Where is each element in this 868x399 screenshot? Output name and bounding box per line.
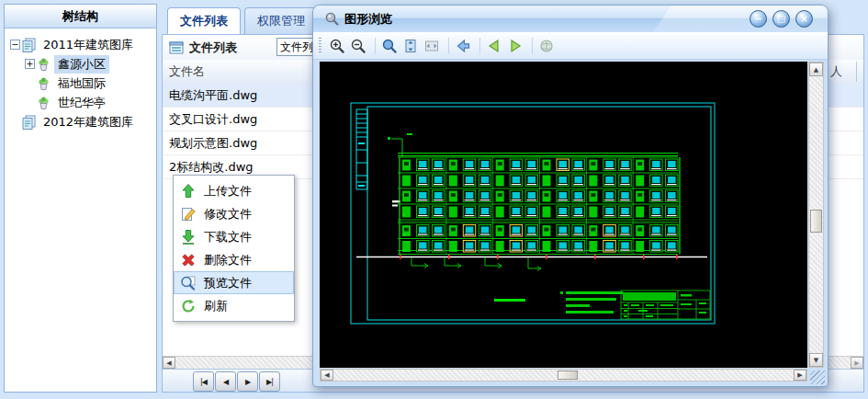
- tree-node-2012[interactable]: 2012年建筑图库: [5, 112, 156, 131]
- back-button[interactable]: [454, 37, 472, 55]
- page-next-button[interactable]: ▶: [237, 371, 258, 392]
- resize-grip[interactable]: [810, 370, 825, 384]
- fit-width-button[interactable]: [423, 37, 441, 55]
- column-separator: [856, 62, 857, 82]
- scroll-left-icon: ◀: [324, 371, 329, 379]
- file-list-title: 文件列表: [189, 40, 237, 56]
- menu-item-label: 预览文件: [204, 275, 252, 291]
- menu-item-label: 刷新: [204, 298, 228, 314]
- scroll-left-button[interactable]: ◀: [163, 357, 175, 369]
- tab-file-list[interactable]: 文件列表: [167, 7, 241, 35]
- page-last-button[interactable]: ▶|: [259, 371, 280, 392]
- delete-icon: [180, 252, 197, 268]
- scroll-up-icon: ▲: [814, 66, 818, 74]
- tab-permissions[interactable]: 权限管理: [244, 7, 318, 34]
- file-name: 规划示意图.dwg: [169, 136, 257, 150]
- download-icon: [180, 229, 197, 245]
- scroll-right-button[interactable]: ▶: [794, 370, 806, 381]
- menu-item-download[interactable]: 下载文件: [174, 225, 294, 248]
- menu-item-delete[interactable]: 删除文件: [174, 248, 294, 271]
- preview-icon: [180, 275, 197, 291]
- menu-item-refresh[interactable]: 刷新: [174, 294, 294, 317]
- collapse-icon[interactable]: [8, 40, 21, 50]
- tree: 2011年建筑图库 鑫源小区 福地国际 世纪华亭: [5, 28, 156, 131]
- column-header-creator[interactable]: 人: [830, 60, 842, 84]
- viewer-horizontal-scrollbar[interactable]: ◀ ▶: [320, 369, 807, 382]
- scroll-right-button[interactable]: ▶: [851, 357, 863, 369]
- maximize-button[interactable]: □: [772, 10, 790, 28]
- plant-icon: [36, 57, 51, 72]
- minimize-button[interactable]: −: [750, 10, 767, 28]
- magnifier-icon: [324, 11, 340, 27]
- scroll-right-icon: ▶: [797, 371, 802, 379]
- toolbar-separator: [448, 38, 449, 54]
- toolbar-separator: [532, 38, 533, 54]
- toolbar-drag-handle[interactable]: [319, 38, 321, 54]
- toolbar-separator: [479, 38, 480, 54]
- fit-height-button[interactable]: [401, 37, 420, 55]
- menu-item-label: 修改文件: [204, 206, 252, 222]
- list-icon: [169, 40, 184, 55]
- tree-node-label[interactable]: 福地国际: [54, 74, 109, 93]
- plant-icon: [36, 96, 51, 110]
- menu-item-modify[interactable]: 修改文件: [174, 202, 294, 225]
- expander-spacer: [23, 97, 36, 108]
- scroll-down-icon: ▼: [814, 357, 818, 364]
- refresh-icon: [180, 298, 197, 314]
- column-header-filename[interactable]: 文件名: [169, 60, 205, 84]
- library-icon: [21, 38, 37, 52]
- scroll-left-icon: ◀: [166, 359, 171, 367]
- upload-icon: [180, 183, 197, 200]
- tree-node-fudi[interactable]: 福地国际: [5, 74, 156, 93]
- graphic-viewer-window: 图形浏览 − □ ×: [312, 5, 829, 387]
- page-prev-button[interactable]: ◀: [215, 371, 236, 392]
- cad-drawing: [320, 62, 807, 368]
- file-name: 交叉口设计.dwg: [169, 112, 257, 126]
- tree-node-shiji[interactable]: 世纪华亭: [5, 93, 156, 112]
- desktop: { "sidebar": { "title": "树结构", "items": …: [0, 0, 868, 399]
- scroll-up-button[interactable]: ▲: [809, 63, 823, 76]
- tree-node-2011[interactable]: 2011年建筑图库: [5, 35, 156, 54]
- tree-node-label[interactable]: 2012年建筑图库: [39, 113, 137, 131]
- expander-spacer: [23, 78, 36, 88]
- external-view-button[interactable]: [537, 37, 556, 55]
- previous-button[interactable]: [485, 37, 503, 55]
- viewer-toolbar: [313, 32, 828, 60]
- toolbar-separator: [375, 38, 376, 54]
- window-title: 图形浏览: [344, 6, 392, 32]
- menu-item-label: 删除文件: [204, 252, 252, 268]
- expand-icon[interactable]: [23, 59, 36, 69]
- zoom-out-button[interactable]: [349, 37, 367, 55]
- horizontal-scroll-thumb[interactable]: [558, 370, 578, 380]
- next-button[interactable]: [506, 37, 524, 55]
- tree-panel: 树结构 2011年建筑图库 鑫源小区 福地国际: [4, 4, 157, 393]
- vertical-scroll-thumb[interactable]: [810, 210, 822, 233]
- menu-item-label: 上传文件: [204, 183, 252, 200]
- scroll-down-button[interactable]: ▼: [809, 353, 823, 367]
- context-menu: 上传文件 修改文件 下载文件 删除文件 预览文件 刷新: [173, 175, 295, 322]
- tree-node-label[interactable]: 世纪华亭: [54, 94, 109, 112]
- scroll-left-button[interactable]: ◀: [321, 370, 333, 381]
- zoom-window-button[interactable]: [380, 37, 399, 55]
- tree-node-label[interactable]: 鑫源小区: [54, 55, 109, 74]
- library-icon: [21, 115, 37, 130]
- close-button[interactable]: ×: [795, 10, 813, 28]
- plant-icon: [36, 76, 51, 91]
- scroll-right-icon: ▶: [854, 359, 859, 367]
- menu-item-label: 下载文件: [204, 229, 252, 245]
- tree-node-label[interactable]: 2011年建筑图库: [39, 36, 137, 54]
- edit-icon: [180, 206, 197, 222]
- tree-panel-title: 树结构: [5, 5, 156, 28]
- zoom-in-button[interactable]: [328, 37, 346, 55]
- tree-node-xinyuan[interactable]: 鑫源小区: [5, 54, 156, 74]
- file-name: 2标结构改.dwg: [169, 160, 254, 174]
- file-name: 电缆沟平面.dwg: [169, 88, 257, 102]
- menu-item-preview[interactable]: 预览文件: [174, 271, 294, 294]
- expander-spacer: [8, 117, 21, 127]
- cad-canvas[interactable]: [320, 62, 807, 368]
- menu-item-upload[interactable]: 上传文件: [174, 179, 294, 202]
- page-first-button[interactable]: |◀: [193, 371, 214, 392]
- viewer-vertical-scrollbar[interactable]: ▲ ▼: [808, 62, 824, 368]
- window-titlebar[interactable]: 图形浏览 − □ ×: [313, 6, 828, 33]
